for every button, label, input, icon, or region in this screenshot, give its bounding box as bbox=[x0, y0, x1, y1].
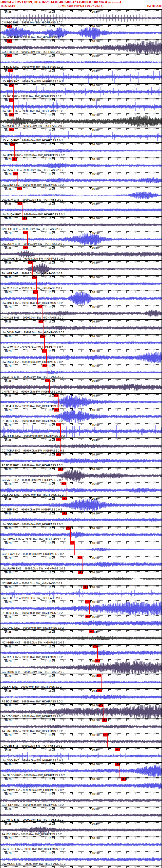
trace-row[interactable]: 16:28 16:29 16:30 xT 4 UW.MDW EHZ -- 999… bbox=[0, 777, 162, 792]
trace-row[interactable]: 16:28 16:29 16:30 xT 4 UW.JORV EHZ -- 99… bbox=[0, 231, 162, 246]
trace-row[interactable]: 16:28 16:29 16:30 xT 4 UW.CRF EHZ -- 999… bbox=[0, 644, 162, 659]
pick-flag[interactable]: xT 4 bbox=[9, 98, 14, 102]
trace-row[interactable]: 16:28 16:29 16:30 xT 4 UW.WIW EHZ -- 999… bbox=[0, 334, 162, 349]
pick-flag[interactable]: xT 4 bbox=[70, 541, 75, 545]
pick-flag[interactable]: xT 4 bbox=[99, 704, 104, 707]
trace-row[interactable]: 16:28 16:29 16:30 xT 4 TA.F04D BHZ -- 99… bbox=[0, 718, 162, 733]
pick-flag[interactable]: xT 4 bbox=[38, 320, 44, 323]
pick-flag[interactable]: xT 4 bbox=[10, 143, 15, 146]
trace-row[interactable]: 16:28 16:29 16:30 CN.PGC BHZ -- 99999.0k… bbox=[0, 9, 162, 24]
pick-flag[interactable]: xT 4 bbox=[83, 586, 88, 589]
trace-row[interactable]: 16:28 16:29 16:30 xT 4 UW.GBB EHZ -- 999… bbox=[0, 511, 162, 526]
pick-flag[interactable]: xT 4 bbox=[12, 157, 17, 161]
pick-flag[interactable]: xT 4 bbox=[23, 246, 28, 249]
trace-row[interactable]: 16:28 16:29 16:30 xT 4 CC.TCBU BHZ -- 99… bbox=[0, 437, 162, 452]
trace-row[interactable]: 16:28 16:29 16:30 xT 4 UW.SNI EHZ -- 999… bbox=[0, 674, 162, 688]
trace-row[interactable]: 16:28 16:29 16:30 xT 4 UW.STD EHZ -- 999… bbox=[0, 98, 162, 113]
trace-row[interactable]: 16:28 16:29 16:30 xT 4 UW.OMAK BHZ -- 99… bbox=[0, 246, 162, 260]
trace-row[interactable]: 16:28 16:29 16:30 xT 4 CC.TMBU BHZ -- 99… bbox=[0, 659, 162, 674]
pick-flag[interactable]: xT 4 bbox=[97, 689, 102, 692]
trace-row[interactable]: 16:28 16:29 16:30 xT 4 CC.SEP EHZ -- 999… bbox=[0, 496, 162, 511]
pick-flag[interactable]: xT 4 bbox=[89, 630, 94, 633]
trace-row[interactable]: 16:28 16:29 16:30 xT 4 UW.GHW EHZ -- 999… bbox=[0, 172, 162, 187]
pick-flag[interactable]: xT 4 bbox=[54, 394, 58, 397]
pick-flag[interactable]: xT 4 bbox=[32, 276, 37, 279]
pick-flag[interactable]: xT 4 bbox=[115, 763, 120, 766]
pick-flag[interactable]: xT 4 bbox=[121, 777, 126, 781]
pick-flag[interactable]: xT 4 bbox=[7, 39, 12, 43]
pick-flag[interactable]: xT 4 bbox=[9, 113, 14, 117]
pick-flag[interactable]: xT 4 bbox=[56, 453, 61, 456]
pick-flag[interactable]: xT 4 bbox=[28, 261, 33, 264]
trace-row[interactable]: 16:28 16:29 16:30 CC.PRLK BHZ -- 99999.0… bbox=[0, 792, 162, 807]
pick-flag[interactable]: xT 4 bbox=[78, 571, 83, 574]
trace-row[interactable]: 16:28 16:29 16:30 xT 4 UW.BOW EHZ -- 999… bbox=[0, 482, 162, 496]
trace-row[interactable]: 16:28 16:29 16:30 xT 4 UW.UWFH EHZ -- 99… bbox=[0, 556, 162, 570]
pick-flag[interactable]: xT 4 bbox=[8, 69, 13, 72]
pick-flag[interactable]: xT 4 bbox=[42, 349, 47, 352]
trace-row[interactable]: 16:28 16:29 16:30 xT 4 TA.L02E BHZ -- 99… bbox=[0, 260, 162, 275]
trace-row[interactable]: 16:28 16:29 16:30 xT 4 UO.IRO EHZ -- 999… bbox=[0, 83, 162, 98]
pick-flag[interactable]: xT 4 bbox=[23, 231, 28, 235]
trace-row[interactable]: 16:28 16:29 16:30 xT 4 UO.FRIS EHZ -- 99… bbox=[0, 68, 162, 83]
pick-flag[interactable]: xT 4 bbox=[22, 217, 27, 220]
pick-flag[interactable]: xT 4 bbox=[7, 54, 12, 57]
pick-flag[interactable]: xT 4 bbox=[33, 290, 38, 293]
trace-row[interactable]: 16:28 16:29 16:30 xT 4 CN.PNT BHZ -- 999… bbox=[0, 378, 162, 393]
trace-row[interactable]: 16:28 16:29 16:30 xT 4 CN.NLLB BHZ -- 99… bbox=[0, 305, 162, 319]
trace-row[interactable]: 16:28 16:29 16:30 xT 4 UO.HUQ EHZ -- 999… bbox=[0, 128, 162, 142]
trace-row[interactable]: 16:28 16:29 16:30 xT 4 PB.B020 EHZ -- 99… bbox=[0, 54, 162, 68]
pick-flag[interactable]: xT 4 bbox=[85, 600, 90, 603]
trace-row[interactable]: 16:28 16:29 16:30 xT 4 PB.B943 EHZ -- 99… bbox=[0, 393, 162, 408]
pick-flag[interactable]: xT 4 bbox=[93, 645, 98, 648]
pick-flag[interactable]: xT 4 bbox=[78, 556, 82, 559]
trace-row[interactable]: 16:28 16:29 16:30 xT 4 TA.B05D BHZ -- 99… bbox=[0, 703, 162, 718]
trace-row[interactable]: 16:28 16:29 16:30 xT 4 CN.PHC BHZ -- 999… bbox=[0, 216, 162, 231]
pick-flag[interactable]: xT 4 bbox=[43, 364, 47, 367]
trace-row[interactable]: 16:28 16:29 16:30 xT 4 PB.B013 EHZ -- 99… bbox=[0, 408, 162, 423]
pick-flag[interactable]: xT 4 bbox=[37, 305, 43, 308]
trace-row[interactable]: 16:28 16:29 16:30 xT 4 PB.B032 EHZ -- 99… bbox=[0, 452, 162, 467]
pick-flag[interactable]: xT 4 bbox=[62, 512, 67, 515]
pick-flag[interactable]: xT 4 bbox=[97, 674, 102, 677]
pick-flag[interactable]: xT 4 bbox=[7, 25, 12, 28]
trace-row[interactable]: 16:28 16:29 16:30 xT 4 UW.GLDO EHZ -- 99… bbox=[0, 762, 162, 777]
pick-flag[interactable]: xT 4 bbox=[103, 733, 108, 737]
pick-flag[interactable]: xT 4 bbox=[102, 718, 107, 722]
trace-row[interactable]: 16:28 16:29 16:30 xT 4 CC.CLCV EHZ -- 99… bbox=[0, 541, 162, 556]
trace-row[interactable]: 16:28 16:29 16:30 UW.MOON EHZ -- 99999.0… bbox=[0, 851, 162, 866]
trace-row[interactable]: 16:28 16:29 16:30 xT 4 UW.RCM EHZ -- 999… bbox=[0, 187, 162, 202]
trace-row[interactable]: 16:28 16:29 16:30 xT 4 UW.RCS EHZ -- 999… bbox=[0, 349, 162, 364]
trace-row[interactable]: 16:28 16:29 16:30 xT 4 UW.WHS EHZ -- 999… bbox=[0, 364, 162, 378]
trace-row[interactable]: 16:28 16:29 16:30 CC.WIFE BHZ -- 99999.0… bbox=[0, 807, 162, 822]
trace-row[interactable]: 16:28 16:29 16:30 UW.BEND EHZ -- 99999.0… bbox=[0, 836, 162, 851]
pick-flag[interactable]: xT 4 bbox=[61, 482, 66, 485]
pick-flag[interactable]: xT 4 bbox=[40, 335, 45, 338]
trace-row[interactable]: 16:28 16:29 16:30 xT 4 UW.HMET EHZ -- 99… bbox=[0, 142, 162, 157]
pick-flag[interactable]: xT 4 bbox=[54, 408, 59, 411]
trace-row[interactable]: 16:28 16:29 16:30 xT 4 NC.KRP HHZ -- 999… bbox=[0, 570, 162, 585]
pick-flag[interactable]: xT 4 bbox=[56, 423, 61, 426]
trace-row[interactable]: 16:28 16:29 16:30 xT 4 CC.VALT BHZ -- 99… bbox=[0, 467, 162, 482]
pick-flag[interactable]: xT 4 bbox=[56, 438, 61, 441]
pick-flag[interactable]: xT 4 bbox=[18, 202, 23, 205]
pick-flag[interactable]: xT 4 bbox=[95, 659, 100, 662]
trace-row[interactable]: 16:28 16:29 16:30 xT 4 UW.RVW EHZ -- 999… bbox=[0, 157, 162, 172]
trace-row[interactable]: 16:28 16:29 16:30 xT 4 UW.WPO EHZ -- 999… bbox=[0, 24, 162, 39]
trace-row[interactable]: 16:28 16:29 16:30 xT 4 UW.ON2 EHZ -- 999… bbox=[0, 290, 162, 305]
trace-row[interactable]: 16:28 16:29 16:30 xT 4 UW.SVQH EHZ -- 99… bbox=[0, 202, 162, 216]
pick-flag[interactable]: xT 4 bbox=[85, 615, 90, 618]
trace-row[interactable]: 16:28 16:29 16:30 xT 4 UW.MJ2 EHZ -- 999… bbox=[0, 275, 162, 290]
trace-row[interactable]: 16:28 16:29 16:30 TA.I05D BHZ -- 99999.0… bbox=[0, 822, 162, 836]
pick-flag[interactable]: xT 4 bbox=[58, 468, 63, 471]
trace-row[interactable]: 16:28 16:29 16:30 xT 4 UW.LKWW EHZ -- 99… bbox=[0, 526, 162, 541]
trace-row[interactable]: 16:28 16:29 16:30 xT 4 UW.OSD EHZ -- 999… bbox=[0, 747, 162, 762]
trace-row[interactable]: 16:28 16:29 16:30 xT 4 UW.IONE EHZ -- 99… bbox=[0, 615, 162, 629]
trace-row[interactable]: 16:28 16:29 16:30 xT 4 UW.DAVN BHZ -- 99… bbox=[0, 319, 162, 334]
pick-flag[interactable]: xT 4 bbox=[13, 172, 18, 176]
trace-row[interactable]: 16:28 16:29 16:30 xT 4 CO.STD BHZ -- 999… bbox=[0, 39, 162, 54]
pick-flag[interactable]: xT 4 bbox=[66, 527, 71, 530]
pick-flag[interactable]: xT 4 bbox=[9, 128, 14, 131]
trace-row[interactable]: 16:28 16:29 16:30 xT 4 UW.RRHS EHZ -- 99… bbox=[0, 423, 162, 437]
pick-flag[interactable]: xT 4 bbox=[17, 187, 22, 190]
